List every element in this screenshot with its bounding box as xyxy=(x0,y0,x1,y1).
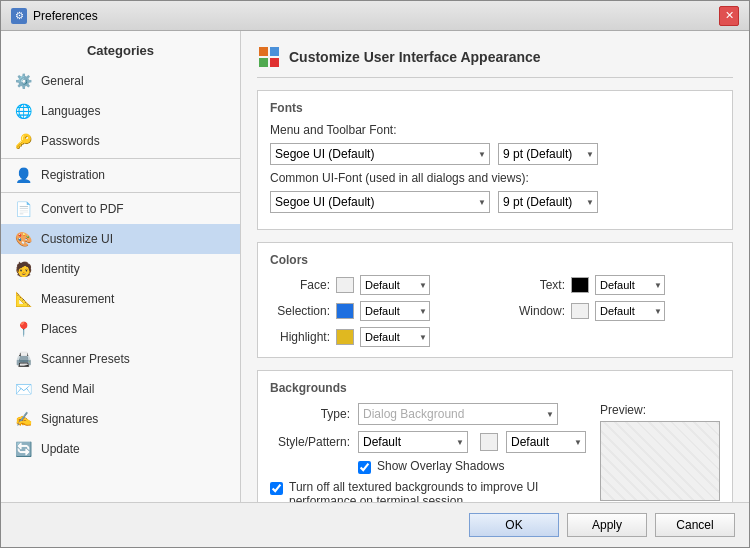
overlay-label: Show Overlay Shadows xyxy=(377,459,504,473)
colors-left: Face: Default Selection: xyxy=(270,275,485,347)
customize-ui-icon: 🎨 xyxy=(13,229,33,249)
scanner-presets-icon: 🖨️ xyxy=(13,349,33,369)
signatures-label: Signatures xyxy=(41,412,98,426)
preferences-window: ⚙ Preferences ✕ Categories ⚙️ General 🌐 … xyxy=(0,0,750,548)
content-area: Categories ⚙️ General 🌐 Languages 🔑 Pass… xyxy=(1,31,749,502)
svg-rect-0 xyxy=(259,47,268,56)
svg-rect-2 xyxy=(259,58,268,67)
sidebar-item-customize-ui[interactable]: 🎨 Customize UI xyxy=(1,224,240,254)
cancel-button[interactable]: Cancel xyxy=(655,513,735,537)
sidebar-item-send-mail[interactable]: ✉️ Send Mail xyxy=(1,374,240,404)
places-label: Places xyxy=(41,322,77,336)
sidebar-item-identity[interactable]: 🧑 Identity xyxy=(1,254,240,284)
text-row: Text: Default xyxy=(505,275,720,295)
measurement-icon: 📐 xyxy=(13,289,33,309)
panel-header-icon xyxy=(257,45,281,69)
window-select-wrapper: Default xyxy=(595,301,665,321)
send-mail-icon: ✉️ xyxy=(13,379,33,399)
convert-pdf-icon: 📄 xyxy=(13,199,33,219)
close-button[interactable]: ✕ xyxy=(719,6,739,26)
menu-toolbar-selects: Segoe UI (Default) 9 pt (Default) xyxy=(270,143,720,165)
sidebar-item-measurement[interactable]: 📐 Measurement xyxy=(1,284,240,314)
bg-type-select-wrap: Dialog Background xyxy=(358,403,558,425)
common-size-select[interactable]: 9 pt (Default) xyxy=(498,191,598,213)
bg-type-select[interactable]: Dialog Background xyxy=(358,403,558,425)
registration-icon: 👤 xyxy=(13,165,33,185)
sidebar-item-update[interactable]: 🔄 Update xyxy=(1,434,240,464)
highlight-label: Highlight: xyxy=(270,330,330,344)
window-row: Window: Default xyxy=(505,301,720,321)
preview-canvas xyxy=(600,421,720,501)
apply-button[interactable]: Apply xyxy=(567,513,647,537)
ok-button[interactable]: OK xyxy=(469,513,559,537)
sidebar-item-scanner-presets[interactable]: 🖨️ Scanner Presets xyxy=(1,344,240,374)
menu-font-select[interactable]: Segoe UI (Default) xyxy=(270,143,490,165)
face-row: Face: Default xyxy=(270,275,485,295)
panel-title: Customize User Interface Appearance xyxy=(289,49,541,65)
common-font-selects: Segoe UI (Default) 9 pt (Default) xyxy=(270,191,720,213)
sidebar-item-general[interactable]: ⚙️ General xyxy=(1,66,240,96)
bottom-bar: OK Apply Cancel xyxy=(1,502,749,547)
selection-select-wrapper: Default xyxy=(360,301,430,321)
measurement-label: Measurement xyxy=(41,292,114,306)
menu-toolbar-row: Menu and Toolbar Font: xyxy=(270,123,720,137)
places-icon: 📍 xyxy=(13,319,33,339)
bg-default-select[interactable]: Default xyxy=(506,431,586,453)
sidebar-item-languages[interactable]: 🌐 Languages xyxy=(1,96,240,126)
identity-label: Identity xyxy=(41,262,80,276)
face-swatch xyxy=(336,277,354,293)
text-select-wrapper: Default xyxy=(595,275,665,295)
fonts-label: Fonts xyxy=(270,101,720,115)
preview-box: Preview: xyxy=(600,403,720,502)
passwords-label: Passwords xyxy=(41,134,100,148)
sidebar-item-convert-pdf[interactable]: 📄 Convert to PDF xyxy=(1,192,240,224)
colors-grid: Face: Default Selection: xyxy=(270,275,720,347)
bg-style-label: Style/Pattern: xyxy=(270,435,350,449)
face-label: Face: xyxy=(270,278,330,292)
fonts-section: Fonts Menu and Toolbar Font: Segoe UI (D… xyxy=(257,90,733,230)
backgrounds-label: Backgrounds xyxy=(270,381,720,395)
panel-header: Customize User Interface Appearance xyxy=(257,45,733,78)
sidebar: Categories ⚙️ General 🌐 Languages 🔑 Pass… xyxy=(1,31,241,502)
common-font-select[interactable]: Segoe UI (Default) xyxy=(270,191,490,213)
menu-toolbar-label: Menu and Toolbar Font: xyxy=(270,123,397,137)
registration-label: Registration xyxy=(41,168,105,182)
common-font-label-row: Common UI-Font (used in all dialogs and … xyxy=(270,171,720,185)
sidebar-item-places[interactable]: 📍 Places xyxy=(1,314,240,344)
sidebar-item-signatures[interactable]: ✍️ Signatures xyxy=(1,404,240,434)
update-icon: 🔄 xyxy=(13,439,33,459)
customize-ui-label: Customize UI xyxy=(41,232,113,246)
sidebar-heading: Categories xyxy=(1,39,240,66)
menu-size-select[interactable]: 9 pt (Default) xyxy=(498,143,598,165)
window-color-select[interactable]: Default xyxy=(595,301,665,321)
title-bar: ⚙ Preferences ✕ xyxy=(1,1,749,31)
bg-style-select[interactable]: Default xyxy=(358,431,468,453)
signatures-icon: ✍️ xyxy=(13,409,33,429)
menu-size-wrapper: 9 pt (Default) xyxy=(498,143,598,165)
terminal-checkbox[interactable] xyxy=(270,482,283,495)
text-swatch xyxy=(571,277,589,293)
selection-row: Selection: Default xyxy=(270,301,485,321)
main-panel: Customize User Interface Appearance Font… xyxy=(241,31,749,502)
colors-right: Text: Default Window: xyxy=(505,275,720,347)
sidebar-item-registration[interactable]: 👤 Registration xyxy=(1,158,240,190)
identity-icon: 🧑 xyxy=(13,259,33,279)
face-color-select[interactable]: Default xyxy=(360,275,430,295)
selection-label: Selection: xyxy=(270,304,330,318)
window-title: Preferences xyxy=(33,9,98,23)
bg-style-row: Style/Pattern: Default Default xyxy=(270,431,588,453)
preview-label: Preview: xyxy=(600,403,646,417)
window-label: Window: xyxy=(505,304,565,318)
bg-style-select-wrap: Default xyxy=(358,431,468,453)
sidebar-item-passwords[interactable]: 🔑 Passwords xyxy=(1,126,240,156)
title-bar-left: ⚙ Preferences xyxy=(11,8,98,24)
selection-swatch xyxy=(336,303,354,319)
languages-label: Languages xyxy=(41,104,100,118)
highlight-color-select[interactable]: Default xyxy=(360,327,430,347)
overlay-checkbox[interactable] xyxy=(358,461,371,474)
text-color-select[interactable]: Default xyxy=(595,275,665,295)
selection-color-select[interactable]: Default xyxy=(360,301,430,321)
overlay-row: Show Overlay Shadows xyxy=(358,459,588,474)
highlight-swatch xyxy=(336,329,354,345)
face-select-wrapper: Default xyxy=(360,275,430,295)
